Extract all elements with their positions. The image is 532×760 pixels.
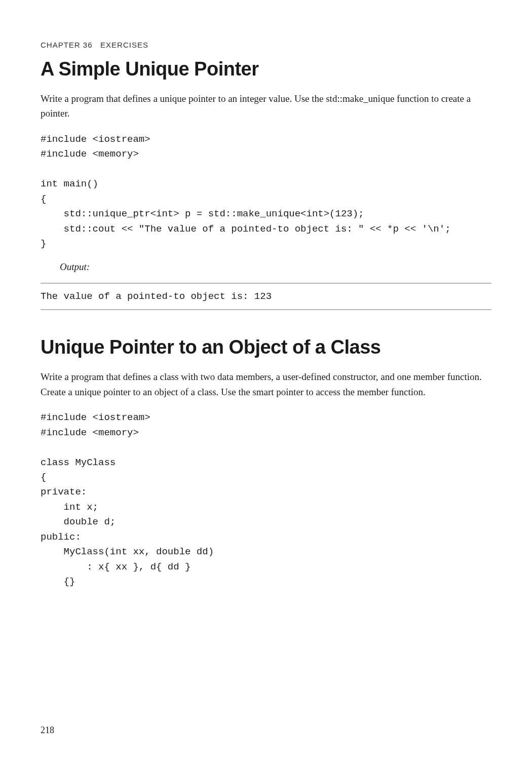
page-number: 218 <box>41 725 54 736</box>
section-1-code: #include <iostream> #include <memory> in… <box>41 132 491 252</box>
section-1-title: A Simple Unique Pointer <box>41 58 491 80</box>
section-1-description: Write a program that defines a unique po… <box>41 91 491 121</box>
section-2-description: Write a program that defines a class wit… <box>41 369 491 399</box>
chapter-label: Chapter 36 <box>41 41 93 49</box>
page-header: Chapter 36 Exercises <box>41 41 491 49</box>
chapter-title: Exercises <box>100 41 148 49</box>
section-1-output: The value of a pointed-to object is: 123 <box>41 283 491 310</box>
section-2-title: Unique Pointer to an Object of a Class <box>41 336 491 358</box>
output-label: Output: <box>60 261 491 273</box>
section-2-code: #include <iostream> #include <memory> cl… <box>41 410 491 589</box>
